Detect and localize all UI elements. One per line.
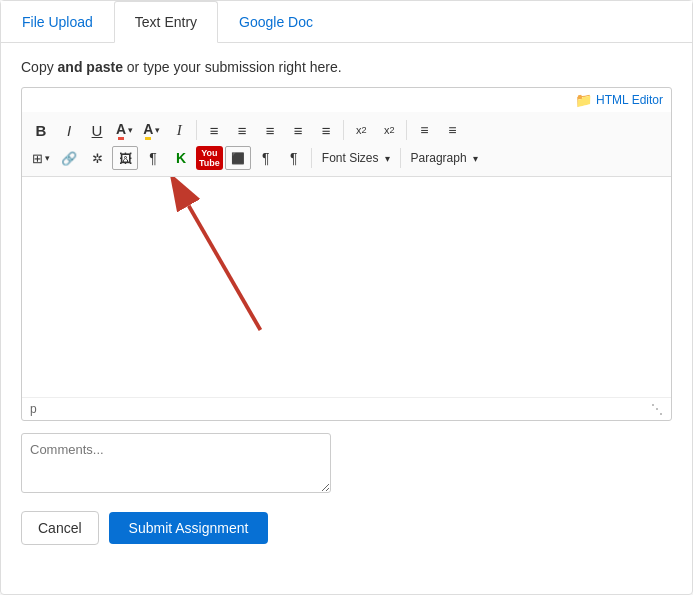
annotation-arrow (22, 177, 671, 397)
paragraph-dropdown[interactable]: Paragraph ▾ (405, 149, 484, 167)
comments-area (21, 433, 672, 497)
align-justify-button[interactable]: ≡ (285, 118, 311, 142)
toolbar: B I U A ▾ A ▾ I ≡ ≡ ≡ ≡ (22, 112, 671, 177)
italic-button[interactable]: I (56, 118, 82, 142)
html-editor-label[interactable]: HTML Editor (596, 93, 663, 107)
pilcrow3-button[interactable]: ¶ (281, 146, 307, 170)
resize-handle[interactable]: ⋱ (651, 402, 663, 416)
pilcrow-button[interactable]: ¶ (140, 146, 166, 170)
comments-input[interactable] (21, 433, 331, 493)
font-color-arrow: ▾ (128, 125, 133, 135)
editor-body[interactable] (22, 177, 671, 397)
status-bar: p ⋱ (22, 397, 671, 420)
status-text: p (30, 402, 37, 416)
html-editor-link[interactable]: 📁 HTML Editor (22, 88, 671, 112)
link-button[interactable]: 🔗 (56, 146, 82, 170)
separator-3 (406, 120, 407, 140)
italic-serif-button[interactable]: I (166, 118, 192, 142)
list-ordered-button[interactable]: ≡ (439, 118, 465, 142)
svg-line-1 (189, 206, 261, 330)
align-center-button[interactable]: ≡ (229, 118, 255, 142)
highlight-a: A (143, 121, 153, 140)
bold-button[interactable]: B (28, 118, 54, 142)
tab-file-upload[interactable]: File Upload (1, 1, 114, 43)
separator-5 (400, 148, 401, 168)
image-button[interactable]: 🖼 (112, 146, 138, 170)
font-size-label: Font Sizes (322, 151, 379, 165)
instruction-text: Copy and paste or type your submission r… (21, 59, 672, 75)
toolbar-row-1: B I U A ▾ A ▾ I ≡ ≡ ≡ ≡ (28, 116, 665, 144)
action-buttons: Cancel Submit Assignment (21, 511, 672, 545)
submit-button[interactable]: Submit Assignment (109, 512, 269, 544)
cancel-button[interactable]: Cancel (21, 511, 99, 545)
table-dropdown[interactable]: ⊞ ▾ (28, 149, 54, 168)
separator-4 (311, 148, 312, 168)
font-color-a: A (116, 121, 126, 140)
font-color-dropdown[interactable]: A ▾ (112, 119, 137, 142)
editor-wrapper: 📁 HTML Editor B I U A ▾ A ▾ (21, 87, 672, 421)
underline-button[interactable]: U (84, 118, 110, 142)
content-area: Copy and paste or type your submission r… (1, 43, 692, 561)
youtube-button[interactable]: YouTube (196, 146, 223, 170)
toolbar-row-2: ⊞ ▾ 🔗 ✲ 🖼 ¶ K YouTube ⬛ ¶ ¶ Font Sizes (28, 144, 665, 172)
tab-google-doc[interactable]: Google Doc (218, 1, 334, 43)
table-arrow: ▾ (45, 153, 50, 163)
embed-button[interactable]: ✲ (84, 146, 110, 170)
paragraph-label: Paragraph (411, 151, 467, 165)
folder-icon: 📁 (575, 92, 592, 108)
highlight-arrow: ▾ (155, 125, 160, 135)
tab-bar: File Upload Text Entry Google Doc (1, 1, 692, 43)
table-icon: ⊞ (32, 151, 43, 166)
separator-2 (343, 120, 344, 140)
align-right-button[interactable]: ≡ (257, 118, 283, 142)
font-size-dropdown[interactable]: Font Sizes ▾ (316, 149, 396, 167)
tab-text-entry[interactable]: Text Entry (114, 1, 218, 43)
indent-button[interactable]: ≡ (313, 118, 339, 142)
font-size-arrow: ▾ (385, 153, 390, 164)
align-left-button[interactable]: ≡ (201, 118, 227, 142)
pilcrow2-button[interactable]: ¶ (253, 146, 279, 170)
highlight-color-dropdown[interactable]: A ▾ (139, 119, 164, 142)
k-button[interactable]: K (168, 146, 194, 170)
separator-1 (196, 120, 197, 140)
paragraph-arrow: ▾ (473, 153, 478, 164)
superscript-button[interactable]: x2 (348, 118, 374, 142)
main-container: File Upload Text Entry Google Doc Copy a… (0, 0, 693, 595)
flash-button[interactable]: ⬛ (225, 146, 251, 170)
list-unordered-button[interactable]: ≡ (411, 118, 437, 142)
subscript-button[interactable]: x2 (376, 118, 402, 142)
